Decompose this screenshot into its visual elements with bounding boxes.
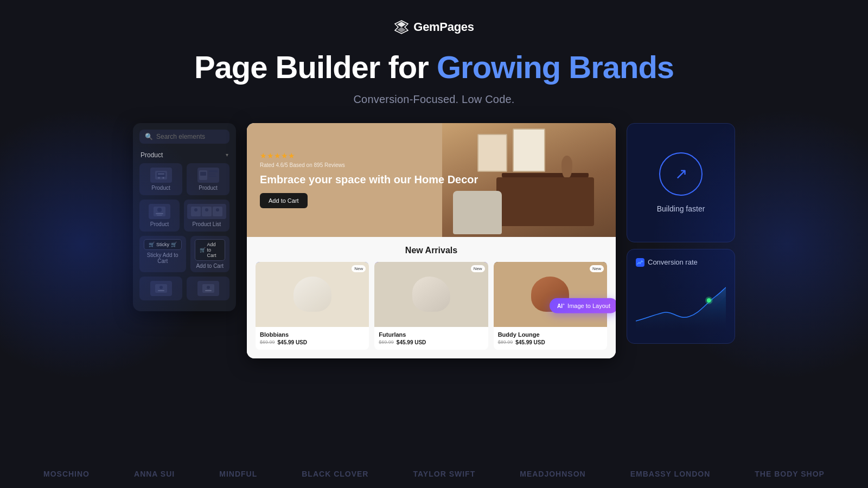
svg-rect-12 bbox=[209, 176, 216, 177]
sticky-button-preview: 🛒Sticky 🛒 bbox=[144, 239, 182, 250]
product-list-icon bbox=[187, 204, 226, 219]
component-product-list[interactable]: Product List bbox=[184, 200, 229, 232]
brands-strip: MOSCHINO ANNA SUI mindful BLACK CLOVER T… bbox=[0, 460, 868, 488]
new-arrivals-title: New Arrivals bbox=[256, 246, 607, 255]
price-old-1: $69.99 bbox=[260, 339, 275, 345]
product-info-1: Blobbians $69.99 $45.99 USD bbox=[256, 327, 369, 350]
svg-rect-15 bbox=[156, 213, 163, 214]
component-extra-2[interactable] bbox=[187, 277, 229, 300]
svg-rect-11 bbox=[209, 174, 215, 175]
product-pricing-1: $69.99 $45.99 USD bbox=[260, 339, 365, 345]
product-name-2: Futurlans bbox=[379, 331, 483, 338]
brand-mindful: mindful bbox=[219, 470, 257, 478]
svg-rect-28 bbox=[205, 290, 212, 291]
sticky-add-to-cart[interactable]: 🛒Sticky 🛒 Sticky Add to Cart bbox=[139, 236, 186, 272]
components-grid-3: 🛒Sticky 🛒 Sticky Add to Cart 🛒Add to Car… bbox=[139, 236, 229, 272]
futurian-shape bbox=[412, 277, 450, 312]
arrow-circle: ↗ bbox=[659, 152, 703, 196]
product-card-2[interactable]: New Futurlans $69.99 $45.99 USD bbox=[374, 262, 488, 350]
product-info-2: Futurlans $69.99 $45.99 USD bbox=[374, 327, 488, 350]
brand-embassy: EMBASSY LONDON bbox=[630, 470, 711, 478]
component-product-3[interactable]: Product bbox=[139, 200, 180, 232]
svg-point-27 bbox=[207, 286, 210, 289]
svg-point-6 bbox=[162, 177, 164, 178]
component-label-1: Product bbox=[151, 185, 170, 191]
product-img-1: New bbox=[256, 262, 369, 327]
review-text: Rated 4.6/5 Based on 895 Reviews bbox=[260, 162, 603, 168]
preview-hero-content: ★★★★★ Rated 4.6/5 Based on 895 Reviews E… bbox=[247, 138, 616, 221]
price-new-1: $45.99 USD bbox=[278, 339, 307, 345]
component-label-5: Sticky Add to Cart bbox=[144, 252, 182, 264]
product-pricing-2: $69.99 $45.99 USD bbox=[379, 339, 483, 345]
svg-point-22 bbox=[216, 208, 219, 211]
add-cart-preview: 🛒Add to Cart bbox=[195, 239, 225, 261]
preview-hero: ★★★★★ Rated 4.6/5 Based on 895 Reviews E… bbox=[247, 123, 616, 237]
price-old-3: $89.99 bbox=[498, 339, 513, 345]
product-pricing-3: $89.99 $45.99 USD bbox=[498, 339, 603, 345]
conversion-header: Conversion rate bbox=[636, 258, 726, 267]
conversion-rate-title: Conversion rate bbox=[648, 258, 698, 266]
hero-title-prefix: Page Builder for bbox=[194, 49, 437, 85]
ai-image-to-layout-btn[interactable]: AI+ Image to Layout bbox=[550, 298, 616, 313]
product-name-3: Buddy Lounge bbox=[498, 331, 603, 338]
main-content: 🔍 Search elements Product ▾ Product Prod… bbox=[0, 106, 868, 358]
stars-rating: ★★★★★ bbox=[260, 151, 603, 160]
component-extra-1[interactable] bbox=[139, 277, 182, 300]
brand-moschino: MOSCHINO bbox=[43, 470, 90, 478]
new-badge-3: New bbox=[590, 265, 604, 272]
logo-icon bbox=[394, 20, 409, 35]
brand-anna-sui: ANNA SUI bbox=[134, 470, 175, 478]
product-card-1[interactable]: New Blobbians $69.99 $45.99 USD bbox=[256, 262, 369, 350]
ai-label: AI+ bbox=[557, 303, 565, 309]
hero-title: Page Builder for Growing Brands bbox=[194, 50, 674, 85]
arrow-icon: ↗ bbox=[675, 165, 687, 183]
building-faster-card: ↗ Building faster bbox=[627, 123, 735, 242]
search-icon: 🔍 bbox=[145, 133, 153, 140]
svg-rect-16 bbox=[157, 215, 162, 216]
component-product-2[interactable]: Product bbox=[187, 163, 229, 195]
component-product-1[interactable]: Product bbox=[139, 163, 182, 195]
extra-icon-1 bbox=[150, 281, 172, 296]
price-old-2: $69.99 bbox=[379, 339, 394, 345]
component-label-6: Add to Cart bbox=[196, 263, 224, 269]
product-img-3: New bbox=[494, 262, 607, 327]
right-panel: ↗ Building faster Conversion rate bbox=[627, 123, 735, 344]
product-icon-1 bbox=[150, 168, 172, 183]
svg-rect-9 bbox=[200, 172, 206, 176]
svg-point-5 bbox=[158, 177, 159, 178]
svg-rect-4 bbox=[157, 172, 165, 177]
add-to-cart-preview-btn[interactable]: Add to Cart bbox=[260, 193, 308, 208]
header: GemPages Page Builder for Growing Brands… bbox=[0, 0, 868, 106]
search-placeholder: Search elements bbox=[156, 133, 205, 140]
section-title: Product bbox=[141, 151, 163, 159]
section-arrow: ▾ bbox=[226, 152, 228, 158]
product-icon-3 bbox=[149, 204, 170, 219]
components-grid-1: Product Product bbox=[139, 163, 229, 195]
conversion-chart bbox=[636, 272, 726, 332]
search-bar[interactable]: 🔍 Search elements bbox=[139, 130, 229, 144]
svg-point-21 bbox=[205, 208, 208, 211]
product-name-1: Blobbians bbox=[260, 331, 365, 338]
ai-sup: + bbox=[563, 303, 565, 306]
builder-sidebar: 🔍 Search elements Product ▾ Product Prod… bbox=[133, 123, 236, 311]
svg-rect-25 bbox=[158, 290, 164, 291]
price-new-3: $45.99 USD bbox=[515, 339, 545, 345]
sticky-btn-label: Sticky 🛒 bbox=[156, 242, 177, 247]
brand-meadjohnson: Meadjohnson bbox=[520, 470, 585, 478]
logo-text: GemPages bbox=[413, 20, 474, 34]
brand-black-clover: BLACK CLOVER bbox=[302, 470, 368, 478]
brand-body-shop: The Body Shop bbox=[755, 470, 825, 478]
svg-rect-7 bbox=[158, 174, 164, 175]
svg-point-30 bbox=[705, 297, 713, 304]
hero-subtitle: Conversion-Focused. Low Code. bbox=[353, 93, 514, 106]
preview-hero-title: Embrace your space with our Home Decor bbox=[260, 172, 603, 187]
conversion-dot bbox=[636, 258, 644, 267]
add-to-cart-component[interactable]: 🛒Add to Cart Add to Cart bbox=[190, 236, 229, 272]
components-grid-2: Product Product List bbox=[139, 200, 229, 232]
new-badge-2: New bbox=[471, 265, 485, 272]
svg-point-24 bbox=[159, 286, 163, 289]
product-img-2: New bbox=[374, 262, 488, 327]
extra-icon-2 bbox=[197, 281, 219, 296]
component-label-3: Product bbox=[150, 221, 169, 227]
product-preview: ★★★★★ Rated 4.6/5 Based on 895 Reviews E… bbox=[247, 123, 616, 358]
